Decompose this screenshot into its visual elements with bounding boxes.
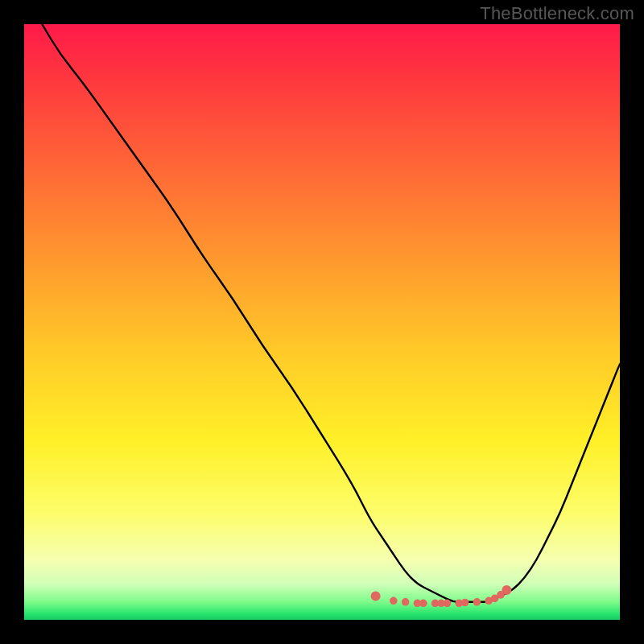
chart-frame: TheBottleneck.com [0, 0, 644, 644]
attribution-text: TheBottleneck.com [480, 3, 634, 24]
heat-gradient [24, 24, 620, 620]
plot-area [24, 24, 620, 620]
